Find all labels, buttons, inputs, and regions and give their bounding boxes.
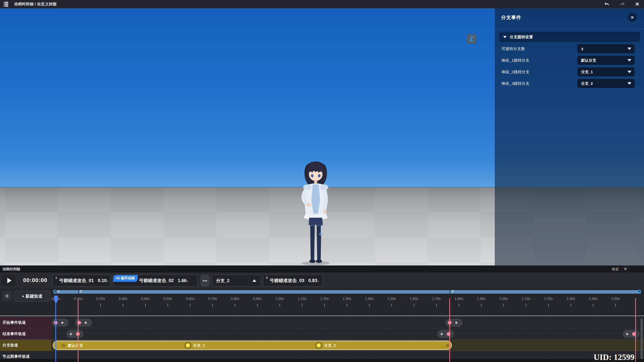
panel-setting-row: 响应_3跳转分支分支_2 <box>495 78 644 89</box>
track-label[interactable]: 结束事件轨道 <box>0 328 51 339</box>
setting-dropdown-1[interactable]: 默认分支 <box>577 56 635 65</box>
branch-select-dropdown[interactable]: 分支_2 <box>212 275 261 287</box>
timeline-title: 动画时间轴 <box>3 267 20 272</box>
range-end-handle[interactable] <box>638 290 641 293</box>
add-event-icon[interactable]: + <box>69 332 72 337</box>
timeline-range-bar[interactable]: 1 2 3 <box>54 290 641 294</box>
setting-dropdown-0[interactable]: 3 <box>577 44 635 53</box>
branch-jump-settings-header[interactable]: 分支跳转设置 <box>499 32 640 42</box>
branch-dot[interactable] <box>186 343 190 347</box>
branch-clip-label[interactable]: 分支_1 <box>193 343 205 348</box>
clip-chip-3[interactable]: 3 弓箭瞄准攻击_03 0.83 s <box>263 275 323 287</box>
collapse-caret-icon <box>503 36 507 38</box>
clip-name: 弓箭瞄准攻击_01 <box>59 278 94 284</box>
close-icon: × <box>631 14 634 20</box>
track-row-start-events: + + + 开始事件轨道 <box>0 317 644 328</box>
play-icon <box>7 278 12 283</box>
time-display: 00:00:00 <box>23 277 51 284</box>
ruler-tick: 0.50s <box>164 297 172 301</box>
clip-duration: 1.66 <box>178 278 187 283</box>
add-event-icon[interactable]: + <box>455 320 458 325</box>
ruler-tick: 0.60s <box>186 297 194 301</box>
timeline-header: 动画时间轴 收起 <box>0 265 644 273</box>
close-window-icon[interactable]: × <box>634 1 640 8</box>
more-options-button[interactable]: ••• <box>200 275 210 287</box>
setting-dropdown-2[interactable]: 分支_1 <box>577 67 635 76</box>
ruler-tick: 2.00s <box>499 297 508 301</box>
branch-clip-label[interactable]: 分支_2 <box>324 343 336 348</box>
vertical-scrollbar[interactable] <box>640 318 643 362</box>
panel-close-button[interactable]: × <box>628 13 637 22</box>
timeline-tracks-icon <box>3 2 11 7</box>
ruler-tick: 1.80s <box>455 297 463 301</box>
ruler-tick: 1.00s <box>275 297 284 301</box>
event-marker-pill[interactable]: + <box>623 330 640 338</box>
branch-track-bar[interactable]: 默认分支 分支_1 分支_2 <box>53 341 452 350</box>
clip-boundary-line <box>635 298 636 362</box>
timeline-toolbar: 00:00:00 1 弓箭瞄准攻击_01 0.10 s #2 循环动画 弓箭瞄准… <box>0 273 644 289</box>
branch-dot[interactable] <box>317 343 321 347</box>
chevron-down-icon <box>627 82 631 85</box>
setting-dropdown-3[interactable]: 分支_2 <box>577 79 635 88</box>
clip-duration-unit: s <box>317 279 319 283</box>
track-label[interactable]: 分支轨道 <box>0 340 51 351</box>
chevron-down-icon <box>627 48 631 50</box>
event-marker-pill[interactable]: + <box>446 319 463 327</box>
play-button[interactable] <box>2 275 16 286</box>
collapse-timeline-button[interactable] <box>621 266 629 272</box>
event-marker-pill[interactable]: + <box>52 319 69 327</box>
clip-duration: 0.10 <box>98 278 107 283</box>
branch-clip-label[interactable]: 默认分支 <box>68 343 83 348</box>
add-event-icon[interactable]: + <box>440 332 443 337</box>
loop-animation-badge: #2 循环动画 <box>113 275 138 282</box>
clip-name: 弓箭瞄准攻击_02 <box>139 278 174 284</box>
undo-icon[interactable] <box>604 1 610 8</box>
collapse-label: 收起 <box>612 267 619 272</box>
top-bar: 动画时间轴 / 自定义技能 × <box>0 0 644 8</box>
chevron-down-icon <box>627 71 631 73</box>
event-marker-pill[interactable]: + <box>437 330 454 338</box>
clip-boundary-line <box>78 298 78 362</box>
ruler-tick: 1.50s <box>387 297 396 301</box>
ruler-tick: 1.90s <box>477 297 486 301</box>
track-label[interactable]: 开始事件轨道 <box>0 317 51 328</box>
ruler-tick: 1.40s <box>365 297 374 301</box>
dropdown-value: 默认分支 <box>581 58 596 63</box>
dropdown-value: 分支_1 <box>581 70 593 74</box>
ruler-tick: 2.30s <box>567 297 575 301</box>
clip-chip-1[interactable]: 1 弓箭瞄准攻击_01 0.10 s <box>52 275 111 287</box>
panel-setting-row: 可跳转分支数3 <box>495 43 644 55</box>
redo-icon[interactable] <box>619 1 625 8</box>
chevron-up-icon <box>252 279 256 282</box>
chevron-down-icon <box>627 59 631 62</box>
add-event-icon[interactable]: + <box>84 320 87 325</box>
time-ruler[interactable]: 0.00s0.10s0.20s0.30s0.40s0.50s0.60s0.70s… <box>0 295 644 307</box>
range-marker-3: 3 <box>450 289 453 294</box>
ruler-tick: 1.70s <box>432 297 441 301</box>
add-event-icon[interactable]: + <box>626 332 629 337</box>
clip-boundary-line <box>449 298 450 362</box>
playhead-line[interactable] <box>55 296 56 362</box>
add-event-icon[interactable]: + <box>61 320 64 325</box>
range-marker-2: 2 <box>78 289 82 294</box>
branch-dot[interactable] <box>446 343 450 347</box>
setting-label: 响应_1跳转分支 <box>502 58 530 63</box>
panel-title: 分支事件 <box>501 14 521 21</box>
setting-label: 响应_3跳转分支 <box>502 81 530 86</box>
ruler-tick: 0.70s <box>208 297 217 301</box>
event-marker-pill[interactable]: + <box>66 330 84 338</box>
ruler-tick: 0.40s <box>141 297 150 301</box>
ruler-tick: 2.40s <box>589 297 597 301</box>
z-axis-badge: Z <box>467 34 476 44</box>
ruler-tick: 2.20s <box>544 297 553 301</box>
ruler-tick: 0.20s <box>96 297 105 301</box>
clip-chip-2[interactable]: #2 循环动画 弓箭瞄准攻击_02 1.66 s <box>113 275 198 287</box>
character-model <box>283 150 348 265</box>
branch-dot[interactable] <box>62 343 65 347</box>
setting-label: 响应_2跳转分支 <box>502 70 530 74</box>
page-title: 动画时间轴 / 自定义技能 <box>14 2 57 7</box>
ruler-tick: 1.10s <box>298 297 306 301</box>
clip-duration: 0.83 <box>308 278 317 283</box>
clip-name: 弓箭瞄准攻击_03 <box>270 278 304 284</box>
branch-select-value: 分支_2 <box>216 278 229 284</box>
